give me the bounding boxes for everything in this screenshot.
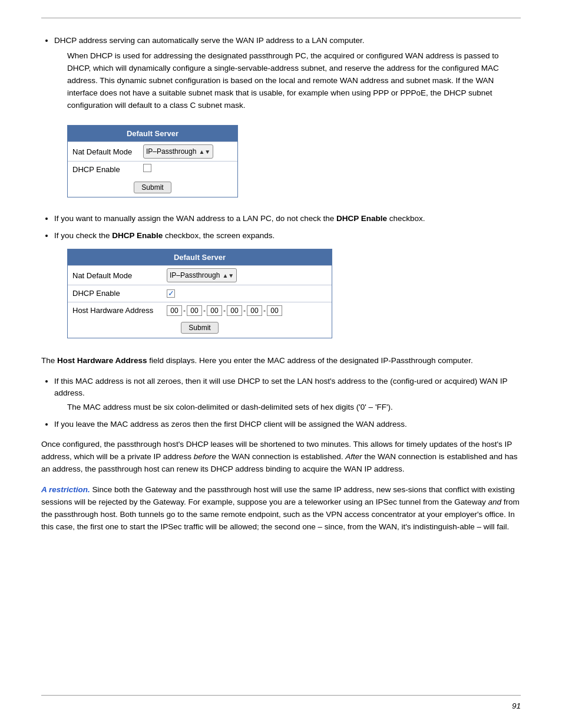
mac-sep-5: - bbox=[263, 305, 266, 316]
table1-row1: Nat Default Mode IP–Passthrough ▲▼ bbox=[68, 141, 237, 161]
para1: The Host Hardware Address field displays… bbox=[41, 355, 521, 367]
para2-italic2: After bbox=[345, 452, 362, 461]
table2-row3-label: Host Hardware Address bbox=[72, 305, 167, 317]
bullet1-detail: When DHCP is used for addressing the des… bbox=[67, 50, 521, 112]
table2-row1-label: Nat Default Mode bbox=[72, 270, 167, 282]
bullet3-item1: If this MAC address is not all zeroes, t… bbox=[54, 377, 507, 397]
main-bullet-list: DHCP address serving can automatically s… bbox=[41, 35, 521, 349]
top-rule bbox=[41, 18, 521, 18]
dhcp-enable-checkbox-2[interactable]: ✓ bbox=[167, 289, 175, 298]
bullet-item-2a: If you want to manually assign the WAN a… bbox=[54, 213, 521, 225]
bullet2-text2-prefix: If you check the bbox=[54, 231, 112, 240]
mac-address-field: - - - - - bbox=[167, 305, 282, 316]
table2-row3: Host Hardware Address - - - - bbox=[68, 302, 332, 319]
para1-bold: Host Hardware Address bbox=[57, 356, 147, 365]
bullet-item-2b: If you check the DHCP Enable checkbox, t… bbox=[54, 230, 521, 349]
table2-row1-value: IP–Passthrough ▲▼ bbox=[167, 268, 327, 282]
table2-submit-row: Submit bbox=[68, 318, 332, 337]
nat-mode-value-2: IP–Passthrough bbox=[170, 270, 220, 281]
bullet-item-1: DHCP address serving can automatically s… bbox=[54, 35, 521, 208]
default-server-table-2: Default Server Nat Default Mode IP–Passt… bbox=[67, 249, 332, 338]
bullet3-item1-sub: The MAC address must be six colon-delimi… bbox=[67, 401, 521, 414]
nat-mode-select[interactable]: IP–Passthrough ▲▼ bbox=[143, 144, 213, 159]
table1-row1-label: Nat Default Mode bbox=[72, 146, 143, 158]
table1-row1-value: IP–Passthrough ▲▼ bbox=[143, 144, 233, 159]
default-server-table-1: Default Server Nat Default Mode IP–Passt… bbox=[67, 125, 238, 197]
para2: Once configured, the passthrough host's … bbox=[41, 439, 521, 476]
bullet-item-3a: If this MAC address is not all zeroes, t… bbox=[54, 375, 521, 414]
table2-header: Default Server bbox=[68, 249, 332, 266]
table2-row2: DHCP Enable ✓ bbox=[68, 285, 332, 302]
mac-octet-2[interactable] bbox=[187, 305, 202, 316]
mac-sep-2: - bbox=[203, 305, 206, 316]
page: DHCP address serving can automatically s… bbox=[0, 0, 562, 728]
para2-italic1: before bbox=[194, 452, 216, 461]
bottom-rule bbox=[41, 695, 521, 696]
table2-row2-label: DHCP Enable bbox=[72, 288, 167, 299]
table2-row3-value: - - - - - bbox=[167, 305, 327, 317]
dhcp-enable-checkbox-1[interactable] bbox=[143, 164, 151, 172]
bullet2-text1-suffix: checkbox. bbox=[387, 214, 425, 223]
table1-row2-label: DHCP Enable bbox=[72, 164, 143, 176]
submit-button-1[interactable]: Submit bbox=[134, 182, 171, 193]
submit-button-2[interactable]: Submit bbox=[181, 322, 218, 334]
restriction-text-1: Since both the Gateway and the passthrou… bbox=[41, 485, 515, 506]
mac-octet-1[interactable] bbox=[167, 305, 182, 316]
table1-header: Default Server bbox=[68, 126, 237, 142]
mac-octet-5[interactable] bbox=[247, 305, 262, 316]
mac-octet-6[interactable] bbox=[267, 305, 282, 316]
nat-mode-value: IP–Passthrough bbox=[146, 146, 196, 157]
bullet2-text1-bold: DHCP Enable bbox=[336, 214, 387, 223]
table2-row1: Nat Default Mode IP–Passthrough ▲▼ bbox=[68, 265, 332, 285]
table2-header-row: Default Server bbox=[68, 249, 332, 266]
checkmark-icon: ✓ bbox=[168, 289, 174, 297]
para1-text: field displays. Here you enter the MAC a… bbox=[147, 356, 473, 365]
mac-sep-1: - bbox=[183, 305, 186, 316]
bullet-list-3: If this MAC address is not all zeroes, t… bbox=[41, 375, 521, 431]
mac-octet-4[interactable] bbox=[227, 305, 242, 316]
bullet2-text2-suffix: checkbox, the screen expands. bbox=[163, 231, 275, 240]
restriction-head: A restriction. bbox=[41, 485, 90, 494]
bullet1-main: DHCP address serving can automatically s… bbox=[54, 36, 365, 45]
restriction-para: A restriction. Since both the Gateway an… bbox=[41, 484, 521, 533]
table1-container: Default Server Nat Default Mode IP–Passt… bbox=[67, 125, 238, 197]
select-arrow-icon-2: ▲▼ bbox=[222, 271, 234, 280]
mac-octet-3[interactable] bbox=[207, 305, 222, 316]
mac-sep-4: - bbox=[243, 305, 246, 316]
table2-container: Default Server Nat Default Mode IP–Passt… bbox=[67, 249, 332, 338]
nat-mode-select-2[interactable]: IP–Passthrough ▲▼ bbox=[167, 268, 237, 282]
mac-sep-3: - bbox=[223, 305, 226, 316]
table1-submit-row: Submit bbox=[68, 178, 237, 197]
table2-row2-value: ✓ bbox=[167, 288, 327, 299]
bullet2-text1-prefix: If you want to manually assign the WAN a… bbox=[54, 214, 336, 223]
page-number: 91 bbox=[512, 701, 521, 710]
table1-row2: DHCP Enable bbox=[68, 161, 237, 178]
table1-row2-value bbox=[143, 164, 233, 176]
restriction-italic-and: and bbox=[488, 498, 501, 506]
bullet-item-3b: If you leave the MAC address as zeros th… bbox=[54, 419, 521, 430]
select-arrow-icon: ▲▼ bbox=[199, 147, 210, 156]
table1-header-row: Default Server bbox=[68, 126, 237, 142]
bullet2-text2-bold: DHCP Enable bbox=[112, 231, 163, 240]
